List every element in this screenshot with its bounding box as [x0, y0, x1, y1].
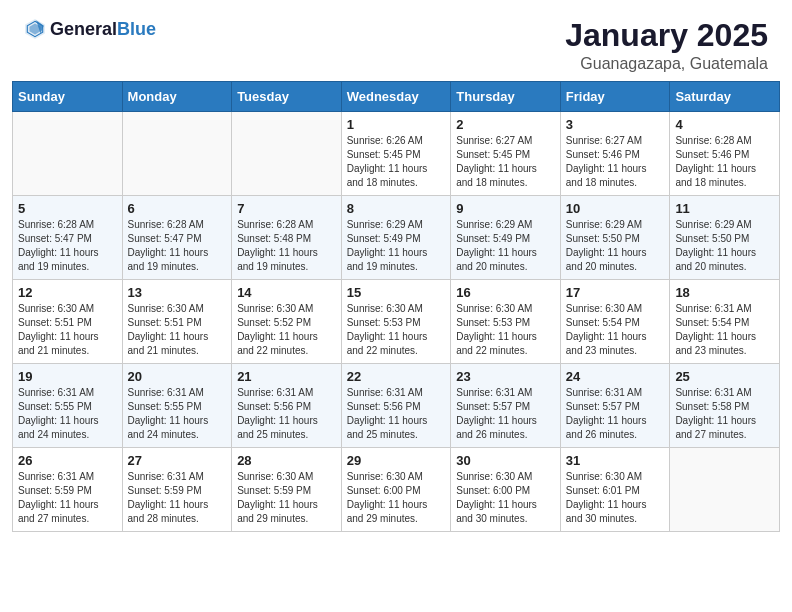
- day-info: Sunrise: 6:31 AMSunset: 5:57 PMDaylight:…: [566, 387, 647, 440]
- day-number: 2: [456, 117, 555, 132]
- day-number: 9: [456, 201, 555, 216]
- calendar-cell: [122, 112, 232, 196]
- logo-text: GeneralBlue: [50, 19, 156, 40]
- day-info: Sunrise: 6:30 AMSunset: 5:52 PMDaylight:…: [237, 303, 318, 356]
- calendar-week-row: 5Sunrise: 6:28 AMSunset: 5:47 PMDaylight…: [13, 196, 780, 280]
- day-info: Sunrise: 6:30 AMSunset: 5:53 PMDaylight:…: [347, 303, 428, 356]
- day-number: 24: [566, 369, 665, 384]
- day-number: 5: [18, 201, 117, 216]
- col-sunday: Sunday: [13, 82, 123, 112]
- day-number: 31: [566, 453, 665, 468]
- day-info: Sunrise: 6:30 AMSunset: 6:01 PMDaylight:…: [566, 471, 647, 524]
- calendar-cell: 5Sunrise: 6:28 AMSunset: 5:47 PMDaylight…: [13, 196, 123, 280]
- calendar-cell: 29Sunrise: 6:30 AMSunset: 6:00 PMDayligh…: [341, 448, 451, 532]
- day-number: 4: [675, 117, 774, 132]
- calendar-cell: 6Sunrise: 6:28 AMSunset: 5:47 PMDaylight…: [122, 196, 232, 280]
- col-wednesday: Wednesday: [341, 82, 451, 112]
- day-info: Sunrise: 6:31 AMSunset: 5:59 PMDaylight:…: [18, 471, 99, 524]
- calendar-cell: 22Sunrise: 6:31 AMSunset: 5:56 PMDayligh…: [341, 364, 451, 448]
- calendar-cell: 25Sunrise: 6:31 AMSunset: 5:58 PMDayligh…: [670, 364, 780, 448]
- day-number: 29: [347, 453, 446, 468]
- day-number: 28: [237, 453, 336, 468]
- day-info: Sunrise: 6:31 AMSunset: 5:57 PMDaylight:…: [456, 387, 537, 440]
- calendar-cell: [13, 112, 123, 196]
- calendar-cell: 8Sunrise: 6:29 AMSunset: 5:49 PMDaylight…: [341, 196, 451, 280]
- day-number: 15: [347, 285, 446, 300]
- day-number: 3: [566, 117, 665, 132]
- calendar-cell: 19Sunrise: 6:31 AMSunset: 5:55 PMDayligh…: [13, 364, 123, 448]
- day-number: 10: [566, 201, 665, 216]
- day-number: 12: [18, 285, 117, 300]
- calendar-cell: 11Sunrise: 6:29 AMSunset: 5:50 PMDayligh…: [670, 196, 780, 280]
- title-block: January 2025 Guanagazapa, Guatemala: [565, 18, 768, 73]
- day-info: Sunrise: 6:27 AMSunset: 5:45 PMDaylight:…: [456, 135, 537, 188]
- day-number: 17: [566, 285, 665, 300]
- day-info: Sunrise: 6:30 AMSunset: 6:00 PMDaylight:…: [456, 471, 537, 524]
- calendar-cell: 7Sunrise: 6:28 AMSunset: 5:48 PMDaylight…: [232, 196, 342, 280]
- calendar-cell: 10Sunrise: 6:29 AMSunset: 5:50 PMDayligh…: [560, 196, 670, 280]
- weekday-row: Sunday Monday Tuesday Wednesday Thursday…: [13, 82, 780, 112]
- calendar-body: 1Sunrise: 6:26 AMSunset: 5:45 PMDaylight…: [13, 112, 780, 532]
- calendar-cell: 9Sunrise: 6:29 AMSunset: 5:49 PMDaylight…: [451, 196, 561, 280]
- day-number: 14: [237, 285, 336, 300]
- day-number: 19: [18, 369, 117, 384]
- calendar-cell: 4Sunrise: 6:28 AMSunset: 5:46 PMDaylight…: [670, 112, 780, 196]
- day-info: Sunrise: 6:31 AMSunset: 5:55 PMDaylight:…: [18, 387, 99, 440]
- calendar-cell: 21Sunrise: 6:31 AMSunset: 5:56 PMDayligh…: [232, 364, 342, 448]
- calendar-week-row: 26Sunrise: 6:31 AMSunset: 5:59 PMDayligh…: [13, 448, 780, 532]
- day-number: 8: [347, 201, 446, 216]
- col-friday: Friday: [560, 82, 670, 112]
- day-info: Sunrise: 6:30 AMSunset: 5:53 PMDaylight:…: [456, 303, 537, 356]
- calendar-week-row: 1Sunrise: 6:26 AMSunset: 5:45 PMDaylight…: [13, 112, 780, 196]
- day-number: 23: [456, 369, 555, 384]
- day-info: Sunrise: 6:31 AMSunset: 5:58 PMDaylight:…: [675, 387, 756, 440]
- day-number: 22: [347, 369, 446, 384]
- col-tuesday: Tuesday: [232, 82, 342, 112]
- day-info: Sunrise: 6:29 AMSunset: 5:49 PMDaylight:…: [456, 219, 537, 272]
- day-info: Sunrise: 6:31 AMSunset: 5:56 PMDaylight:…: [347, 387, 428, 440]
- calendar-cell: 20Sunrise: 6:31 AMSunset: 5:55 PMDayligh…: [122, 364, 232, 448]
- day-info: Sunrise: 6:28 AMSunset: 5:47 PMDaylight:…: [128, 219, 209, 272]
- calendar-cell: 17Sunrise: 6:30 AMSunset: 5:54 PMDayligh…: [560, 280, 670, 364]
- day-info: Sunrise: 6:30 AMSunset: 6:00 PMDaylight:…: [347, 471, 428, 524]
- day-number: 16: [456, 285, 555, 300]
- day-info: Sunrise: 6:29 AMSunset: 5:50 PMDaylight:…: [566, 219, 647, 272]
- day-number: 6: [128, 201, 227, 216]
- calendar-header: Sunday Monday Tuesday Wednesday Thursday…: [13, 82, 780, 112]
- calendar-cell: 30Sunrise: 6:30 AMSunset: 6:00 PMDayligh…: [451, 448, 561, 532]
- calendar-cell: 3Sunrise: 6:27 AMSunset: 5:46 PMDaylight…: [560, 112, 670, 196]
- day-number: 21: [237, 369, 336, 384]
- day-number: 13: [128, 285, 227, 300]
- day-info: Sunrise: 6:29 AMSunset: 5:50 PMDaylight:…: [675, 219, 756, 272]
- calendar-cell: 12Sunrise: 6:30 AMSunset: 5:51 PMDayligh…: [13, 280, 123, 364]
- calendar-cell: 31Sunrise: 6:30 AMSunset: 6:01 PMDayligh…: [560, 448, 670, 532]
- day-info: Sunrise: 6:31 AMSunset: 5:59 PMDaylight:…: [128, 471, 209, 524]
- day-info: Sunrise: 6:30 AMSunset: 5:51 PMDaylight:…: [18, 303, 99, 356]
- calendar-cell: 13Sunrise: 6:30 AMSunset: 5:51 PMDayligh…: [122, 280, 232, 364]
- calendar-cell: 28Sunrise: 6:30 AMSunset: 5:59 PMDayligh…: [232, 448, 342, 532]
- calendar-cell: 27Sunrise: 6:31 AMSunset: 5:59 PMDayligh…: [122, 448, 232, 532]
- calendar-cell: 18Sunrise: 6:31 AMSunset: 5:54 PMDayligh…: [670, 280, 780, 364]
- day-info: Sunrise: 6:31 AMSunset: 5:54 PMDaylight:…: [675, 303, 756, 356]
- calendar-cell: 16Sunrise: 6:30 AMSunset: 5:53 PMDayligh…: [451, 280, 561, 364]
- calendar-cell: [232, 112, 342, 196]
- day-info: Sunrise: 6:28 AMSunset: 5:46 PMDaylight:…: [675, 135, 756, 188]
- day-info: Sunrise: 6:27 AMSunset: 5:46 PMDaylight:…: [566, 135, 647, 188]
- col-monday: Monday: [122, 82, 232, 112]
- day-info: Sunrise: 6:28 AMSunset: 5:48 PMDaylight:…: [237, 219, 318, 272]
- calendar-cell: [670, 448, 780, 532]
- calendar-cell: 24Sunrise: 6:31 AMSunset: 5:57 PMDayligh…: [560, 364, 670, 448]
- day-number: 27: [128, 453, 227, 468]
- calendar-cell: 23Sunrise: 6:31 AMSunset: 5:57 PMDayligh…: [451, 364, 561, 448]
- day-info: Sunrise: 6:30 AMSunset: 5:59 PMDaylight:…: [237, 471, 318, 524]
- day-number: 20: [128, 369, 227, 384]
- page-header: GeneralBlue January 2025 Guanagazapa, Gu…: [0, 0, 792, 81]
- day-number: 1: [347, 117, 446, 132]
- day-info: Sunrise: 6:30 AMSunset: 5:54 PMDaylight:…: [566, 303, 647, 356]
- calendar-cell: 2Sunrise: 6:27 AMSunset: 5:45 PMDaylight…: [451, 112, 561, 196]
- day-number: 26: [18, 453, 117, 468]
- day-number: 18: [675, 285, 774, 300]
- calendar-cell: 14Sunrise: 6:30 AMSunset: 5:52 PMDayligh…: [232, 280, 342, 364]
- day-info: Sunrise: 6:31 AMSunset: 5:56 PMDaylight:…: [237, 387, 318, 440]
- calendar-week-row: 12Sunrise: 6:30 AMSunset: 5:51 PMDayligh…: [13, 280, 780, 364]
